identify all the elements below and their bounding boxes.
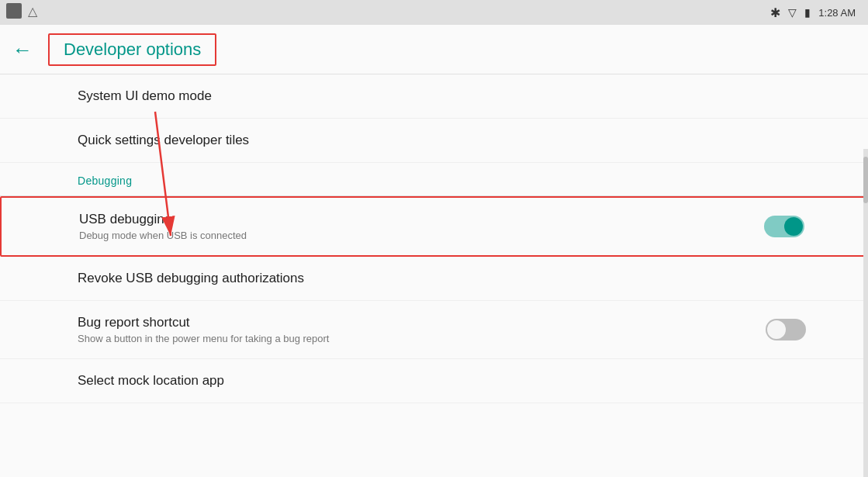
time-display: 1:28 AM <box>818 7 856 19</box>
bug-report-title: Bug report shortcut <box>78 315 329 330</box>
setting-text: Revoke USB debugging authorizations <box>78 271 304 286</box>
page-title: Developer options <box>64 40 201 59</box>
usb-debugging-box: USB debugging Debug mode when USB is con… <box>0 196 868 257</box>
mock-location-item[interactable]: Select mock location app <box>0 359 868 403</box>
usb-debugging-item[interactable]: USB debugging Debug mode when USB is con… <box>2 198 866 255</box>
revoke-usb-item[interactable]: Revoke USB debugging authorizations <box>0 257 868 301</box>
signal-icon: ▽ <box>788 6 797 19</box>
setting-title: System UI demo mode <box>78 88 212 104</box>
scrollbar[interactable] <box>863 149 868 477</box>
toolbar: ← Developer options <box>0 25 868 74</box>
scrollbar-thumb <box>863 157 868 203</box>
setting-text: System UI demo mode <box>78 88 212 104</box>
usb-debugging-subtitle: Debug mode when USB is connected <box>79 230 247 241</box>
setting-title: Quick settings developer tiles <box>78 133 249 148</box>
setting-text: Bug report shortcut Show a button in the… <box>78 315 329 344</box>
wifi-icon: △ <box>28 4 37 19</box>
debugging-section-header: Debugging <box>0 163 868 196</box>
app-icon <box>6 3 22 19</box>
battery-icon: ▮ <box>804 6 811 19</box>
back-button[interactable]: ← <box>12 40 33 60</box>
bug-report-subtitle: Show a button in the power menu for taki… <box>78 333 329 344</box>
usb-debugging-title: USB debugging <box>79 212 247 227</box>
system-ui-demo-item[interactable]: System UI demo mode <box>0 74 868 119</box>
status-bar-right: ✱ ▽ ▮ 1:28 AM <box>770 5 856 20</box>
setting-text: Quick settings developer tiles <box>78 133 249 148</box>
toggle-thumb <box>767 320 786 339</box>
status-bar-left-icons: △ <box>6 3 37 19</box>
toggle-thumb <box>784 217 803 236</box>
revoke-usb-title: Revoke USB debugging authorizations <box>78 271 304 286</box>
setting-text: Select mock location app <box>78 373 224 389</box>
bluetooth-icon: ✱ <box>770 5 780 20</box>
quick-settings-item[interactable]: Quick settings developer tiles <box>0 119 868 163</box>
bug-report-item[interactable]: Bug report shortcut Show a button in the… <box>0 301 868 359</box>
usb-debugging-toggle[interactable] <box>764 216 804 237</box>
bug-report-toggle[interactable] <box>766 319 806 340</box>
developer-options-title-box: Developer options <box>48 33 216 66</box>
section-title: Debugging <box>78 175 132 187</box>
setting-text: USB debugging Debug mode when USB is con… <box>79 212 247 241</box>
settings-content: System UI demo mode Quick settings devel… <box>0 74 868 477</box>
status-bar: △ ✱ ▽ ▮ 1:28 AM <box>0 0 868 25</box>
mock-location-title: Select mock location app <box>78 373 224 389</box>
